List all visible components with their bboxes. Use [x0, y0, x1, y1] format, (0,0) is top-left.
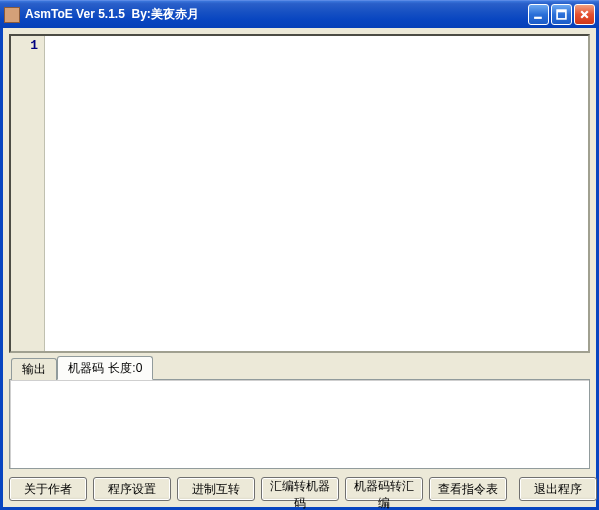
titlebar: AsmToE Ver 5.1.5 By:美夜赤月	[0, 0, 599, 28]
line-gutter: 1	[11, 36, 45, 351]
machinecode-to-asm-button[interactable]: 机器码转汇编	[345, 477, 423, 501]
button-row: 关于作者 程序设置 进制互转 汇编转机器码 机器码转汇编 查看指令表 退出程序	[9, 477, 590, 501]
minimize-button[interactable]	[528, 4, 549, 25]
output-panel[interactable]	[9, 379, 590, 469]
tab-output[interactable]: 输出	[11, 358, 57, 380]
tab-machinecode-label: 机器码	[68, 361, 104, 375]
window-title: AsmToE Ver 5.1.5 By:美夜赤月	[25, 6, 528, 23]
app-icon	[4, 7, 20, 23]
radix-convert-button[interactable]: 进制互转	[177, 477, 255, 501]
opcode-table-button[interactable]: 查看指令表	[429, 477, 507, 501]
code-editor-panel: 1	[9, 34, 590, 353]
exit-button[interactable]: 退出程序	[519, 477, 597, 501]
asm-to-machinecode-button[interactable]: 汇编转机器码	[261, 477, 339, 501]
maximize-button[interactable]	[551, 4, 572, 25]
code-editor[interactable]	[45, 36, 588, 351]
client-area: 1 输出 机器码 长度:0 关于作者 程序设置 进制互转 汇编转机器码 机器码转…	[0, 28, 599, 510]
settings-button[interactable]: 程序设置	[93, 477, 171, 501]
about-button[interactable]: 关于作者	[9, 477, 87, 501]
tabs: 输出 机器码 长度:0	[9, 359, 590, 379]
line-number: 1	[13, 38, 38, 53]
tab-output-label: 输出	[22, 362, 46, 376]
close-button[interactable]	[574, 4, 595, 25]
window-controls	[528, 4, 595, 25]
length-label: 长度:	[108, 361, 135, 375]
svg-rect-0	[534, 17, 542, 19]
length-value: 0	[136, 361, 143, 375]
tab-machinecode[interactable]: 机器码 长度:0	[57, 356, 153, 380]
svg-rect-2	[557, 10, 566, 12]
